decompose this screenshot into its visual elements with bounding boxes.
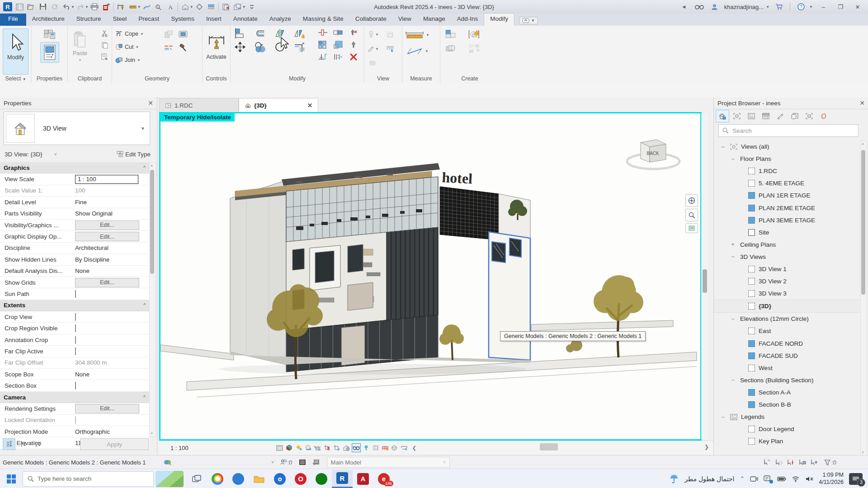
browser-groups-icon[interactable] xyxy=(788,110,802,122)
weather-text[interactable]: احتمال هطول مطر xyxy=(684,475,734,483)
browser-header[interactable]: Project Browser - inees ✕ xyxy=(714,97,868,109)
select-face-icon[interactable] xyxy=(799,459,806,465)
aligned-dimension-icon-dropdown[interactable]: ▼ xyxy=(137,5,141,9)
active-workset-dropdown[interactable]: Main Model ˅ xyxy=(327,457,450,468)
create-similar-icon[interactable] xyxy=(468,43,480,55)
split-element-icon[interactable] xyxy=(333,28,344,38)
panel-select-label[interactable]: Select ▼ xyxy=(0,75,31,82)
isolate-box-icon[interactable] xyxy=(384,28,396,40)
sync-icon[interactable] xyxy=(49,1,61,12)
browser-scrollbar[interactable]: ˄ ˅ xyxy=(860,141,867,456)
taskbar-app-xbox[interactable] xyxy=(311,470,332,488)
property-row[interactable]: Far Clip Offset304.8000 m xyxy=(0,357,149,369)
analytical-model-icon[interactable] xyxy=(381,444,389,452)
restore-button[interactable]: ❐ xyxy=(834,4,847,10)
cut-geometry-button[interactable]: Cut▼ xyxy=(115,42,144,52)
taskbar-app-edge[interactable] xyxy=(228,470,249,488)
tree-item--3d-[interactable]: {3D} xyxy=(714,300,859,313)
delete-icon[interactable] xyxy=(348,52,359,62)
checkbox[interactable] xyxy=(75,324,76,332)
measure-ruler-icon[interactable]: ▼ xyxy=(405,29,429,40)
close-hidden-icon[interactable] xyxy=(220,1,232,12)
ribbon-tab-architecture[interactable]: Architecture xyxy=(26,14,71,26)
edit-type-button[interactable]: Edit Type xyxy=(117,151,151,158)
tree-item-3d-view-2[interactable]: 3D View 2 xyxy=(714,275,859,287)
tree-item-1-rdc[interactable]: 1.RDC xyxy=(714,165,859,177)
tree-item-plan-3eme-etage[interactable]: PLAN 3EME ETAGE xyxy=(714,214,859,226)
property-section-graphics[interactable]: Graphics^ xyxy=(0,162,149,174)
link-list-icon[interactable] xyxy=(312,459,320,465)
browser-close-icon[interactable]: ✕ xyxy=(859,99,865,107)
property-row[interactable]: Crop View xyxy=(0,311,149,323)
ribbon-tab-modify[interactable]: Modify xyxy=(484,13,514,26)
demolish-icon[interactable] xyxy=(177,42,189,54)
ribbon-tab-structure[interactable]: Structure xyxy=(71,14,107,26)
taskbar-app-acrobat[interactable]: A xyxy=(353,470,373,488)
edit-button[interactable]: Edit... xyxy=(75,221,139,230)
taskbar-app-file-explorer[interactable] xyxy=(249,470,269,488)
array-icon[interactable] xyxy=(317,40,328,50)
tree-item-door-legend[interactable]: Door Legend xyxy=(714,423,859,435)
start-button[interactable] xyxy=(6,474,16,484)
viewcube-back-label[interactable]: BACK xyxy=(646,151,659,156)
browser-schedules-icon[interactable] xyxy=(759,110,773,122)
wall-joins-icon[interactable] xyxy=(163,28,175,40)
pin-icon[interactable] xyxy=(348,40,359,50)
tree-item-plan-2eme-etage[interactable]: PLAN 2EME ETAGE xyxy=(714,202,859,214)
property-row[interactable]: Rendering SettingsEdit... xyxy=(0,403,149,414)
scale-icon[interactable] xyxy=(333,40,344,50)
shadows-icon[interactable] xyxy=(304,444,312,452)
properties-palette-icon[interactable] xyxy=(40,42,59,63)
scroll-right-chevron-icon[interactable]: ❯ xyxy=(704,444,709,450)
tree-expand-icon[interactable]: − xyxy=(730,316,736,322)
trim-extend-corner-icon[interactable] xyxy=(294,41,306,53)
default-3d-icon-dropdown[interactable]: ▼ xyxy=(190,5,193,9)
property-row[interactable]: Locked Orientation xyxy=(0,415,149,426)
edit-button[interactable]: Edit... xyxy=(75,404,139,413)
account-name[interactable]: khaznadjinag... xyxy=(724,4,764,10)
undo-icon-dropdown[interactable]: ▼ xyxy=(71,5,75,9)
tree-expand-icon[interactable]: − xyxy=(720,144,726,150)
crop-region-icon[interactable] xyxy=(333,444,341,452)
tree-item-section-a-a[interactable]: Section A-A xyxy=(714,386,859,399)
tree-item-west[interactable]: West xyxy=(714,362,859,374)
view-tab-3d[interactable]: {3D}✕ xyxy=(239,98,318,112)
cope-button[interactable]: Cope▼ xyxy=(115,28,144,39)
tree-expand-icon[interactable]: − xyxy=(730,377,736,383)
open-icon[interactable] xyxy=(25,1,37,12)
ribbon-tab-annotate[interactable]: Annotate xyxy=(227,14,264,26)
tree-item-plan-1er-etage[interactable]: PLAN 1ER ETAGE xyxy=(714,189,859,202)
properties-close-icon[interactable]: ✕ xyxy=(148,99,153,107)
revit-logo[interactable]: R xyxy=(2,1,14,12)
canvas-horizontal-scrollbar[interactable] xyxy=(540,443,558,450)
cart-icon[interactable] xyxy=(773,1,785,12)
section-icon[interactable] xyxy=(193,1,205,12)
linework-icon[interactable] xyxy=(384,43,396,55)
close-button[interactable]: ✕ xyxy=(851,4,864,10)
property-row[interactable]: Annotation Crop xyxy=(0,334,149,346)
tree-expand-icon[interactable]: + xyxy=(730,241,736,248)
tree-item-3d-view-3[interactable]: 3D View 3 xyxy=(714,287,859,300)
transfer-icon[interactable] xyxy=(100,1,112,12)
beam-joins-icon[interactable] xyxy=(177,28,189,40)
create-group-icon[interactable] xyxy=(445,28,457,40)
property-row[interactable]: Show Hidden LinesBy Discipline xyxy=(0,254,149,265)
dimension-icon[interactable]: ▼ xyxy=(405,46,429,56)
ribbon-tab-manage[interactable]: Manage xyxy=(417,14,451,26)
view-properties-icon[interactable] xyxy=(685,223,698,233)
switch-windows-icon-dropdown[interactable]: ▼ xyxy=(242,5,246,9)
checkbox[interactable] xyxy=(75,290,76,298)
offset-icon[interactable] xyxy=(254,28,266,39)
close-view-tab-icon[interactable]: ✕ xyxy=(307,102,312,109)
materials-icon[interactable] xyxy=(44,28,56,40)
ribbon-tab-analyze[interactable]: Analyze xyxy=(264,14,297,26)
ribbon-tab-insert[interactable]: Insert xyxy=(200,14,227,26)
ribbon-tab-steel[interactable]: Steel xyxy=(107,14,133,26)
temporary-hide-isolate-banner[interactable]: Temporary Hide/Isolate xyxy=(160,113,235,122)
taskbar-app-edge-legacy[interactable]: e186 xyxy=(373,470,394,488)
taskbar-search-box[interactable]: Type here to search xyxy=(23,471,154,487)
taskbar-app-opera[interactable]: O xyxy=(290,470,311,488)
sort-az-button[interactable]: AZ xyxy=(17,438,30,450)
meet-now-icon[interactable] xyxy=(750,476,758,482)
move-icon[interactable] xyxy=(234,41,246,53)
